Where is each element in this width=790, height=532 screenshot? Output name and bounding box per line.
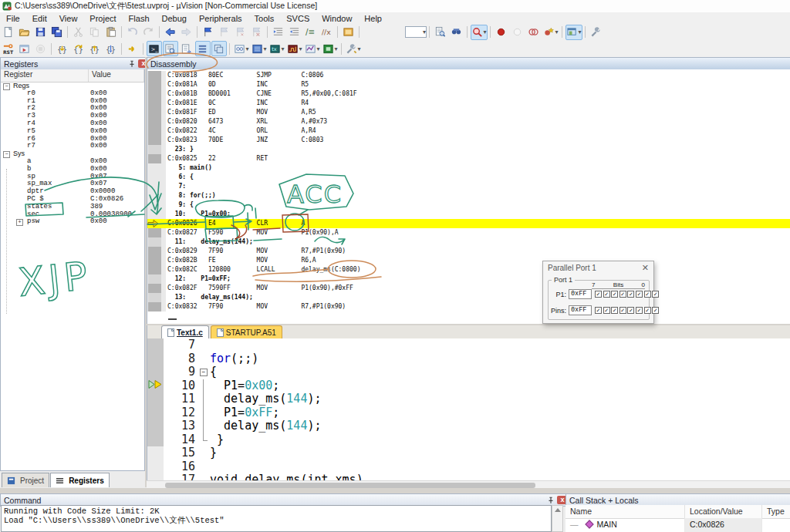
find-button[interactable] bbox=[449, 25, 464, 40]
analysis-windows-button[interactable]: ▾ bbox=[286, 41, 303, 56]
save-button[interactable] bbox=[33, 25, 49, 40]
editor-tab-startup-a51[interactable]: STARTUP.A51 bbox=[211, 325, 282, 338]
port-value-field[interactable]: 0xFF bbox=[569, 305, 592, 315]
register-group-row[interactable]: −Sys bbox=[1, 150, 144, 158]
callstack-window-button[interactable] bbox=[211, 41, 227, 56]
menu-item-view[interactable]: View bbox=[53, 13, 84, 24]
register-row[interactable]: r30x00 bbox=[1, 113, 144, 120]
bit-checkbox[interactable]: ✓ bbox=[636, 291, 643, 298]
dropdown-caret-icon[interactable]: ▾ bbox=[317, 45, 320, 52]
disassembly-line[interactable]: 9: { bbox=[147, 200, 790, 210]
disassembly-window-button[interactable] bbox=[163, 41, 178, 56]
bit-checkbox[interactable]: ✓ bbox=[627, 291, 634, 298]
configure-button[interactable] bbox=[341, 25, 356, 40]
paste-button[interactable] bbox=[103, 25, 119, 40]
dropdown-caret-icon[interactable]: ▾ bbox=[299, 45, 302, 52]
editor-line[interactable]: 15} bbox=[147, 446, 790, 460]
symbols-window-button[interactable] bbox=[179, 41, 194, 56]
run-button[interactable] bbox=[17, 41, 32, 56]
vertical-splitter[interactable] bbox=[145, 57, 147, 487]
step-out-button[interactable]: {} bbox=[87, 41, 103, 56]
dropdown-caret-icon[interactable]: ▾ bbox=[579, 29, 582, 35]
disassembly-line[interactable]: C:0x081A 0D INC R5 bbox=[147, 80, 790, 89]
dropdown-caret-icon[interactable]: ▾ bbox=[264, 45, 267, 52]
bit-checkbox[interactable]: ✓ bbox=[611, 307, 618, 314]
menu-item-project[interactable]: Project bbox=[83, 13, 122, 24]
collapse-icon[interactable]: − bbox=[3, 151, 10, 158]
menu-item-help[interactable]: Help bbox=[358, 13, 388, 24]
uncomment-button[interactable]: //x bbox=[319, 25, 335, 40]
find-in-files-button[interactable] bbox=[433, 25, 448, 40]
menu-item-peripherals[interactable]: Peripherals bbox=[193, 13, 248, 24]
menu-item-svcs[interactable]: SVCS bbox=[280, 13, 316, 24]
disassembly-line[interactable]: C:0x081B BD0001 CJNE R5,#0x00,C:081F bbox=[147, 89, 790, 99]
next-bookmark-button[interactable] bbox=[233, 25, 248, 40]
disassembly-line[interactable]: 7: bbox=[147, 182, 790, 191]
bit-checkbox[interactable]: ✓ bbox=[603, 291, 610, 298]
location-column-header[interactable]: Location/Value bbox=[685, 505, 762, 518]
scroll-up-icon[interactable] bbox=[555, 508, 561, 512]
register-group-row[interactable]: −Regs bbox=[1, 82, 144, 90]
disassembly-view[interactable]: C:0x0818 80EC SJMP C:0806C:0x081A 0D INC… bbox=[147, 69, 790, 324]
new-file-button[interactable] bbox=[1, 25, 16, 40]
bit-checkbox[interactable]: ✓ bbox=[611, 291, 618, 298]
disassembly-line[interactable]: 10: P1=0x00; bbox=[147, 210, 790, 219]
register-row[interactable]: sp0x07 bbox=[1, 173, 144, 181]
register-row[interactable]: a0x00 bbox=[1, 158, 144, 166]
enable-breakpoint-button[interactable] bbox=[510, 25, 525, 40]
register-row[interactable]: sec0.00038900 bbox=[1, 211, 144, 219]
command-scrollbar[interactable] bbox=[552, 505, 563, 532]
prev-bookmark-button[interactable] bbox=[217, 25, 232, 40]
registers-window-button[interactable] bbox=[195, 41, 211, 56]
clear-bookmarks-button[interactable] bbox=[249, 25, 265, 40]
editor-line[interactable]: 9−{ bbox=[147, 365, 790, 379]
bit-checkbox[interactable]: ✓ bbox=[627, 307, 634, 314]
editor-line[interactable]: 7 bbox=[147, 338, 790, 352]
debug-magnifier-button[interactable]: ▾ bbox=[471, 25, 488, 40]
bottom-tab-registers[interactable]: Registers bbox=[50, 473, 110, 487]
disassembly-line[interactable]: C:0x082C 120800 LCALL delay_ms(C:0800) bbox=[147, 265, 790, 274]
reset-cpu-button[interactable]: RST bbox=[1, 41, 16, 56]
fold-collapse-icon[interactable]: − bbox=[200, 369, 208, 376]
editor-line[interactable]: 11 delay_ms(144); bbox=[147, 392, 790, 406]
editor-tab-text1-c[interactable]: Text1.c bbox=[161, 325, 209, 338]
memory-windows-button[interactable]: ▾ bbox=[251, 41, 268, 56]
bit-checkbox[interactable]: ✓ bbox=[652, 307, 659, 314]
step-into-button[interactable]: {} bbox=[55, 41, 70, 56]
trace-windows-button[interactable]: ▾ bbox=[304, 41, 321, 56]
goto-current-button[interactable] bbox=[125, 41, 140, 56]
menu-item-window[interactable]: Window bbox=[316, 13, 358, 24]
disassembly-line[interactable]: 12: P1=0xFF; bbox=[147, 274, 790, 284]
disassembly-line[interactable]: C:0x0820 6473 XRL A,#0x73 bbox=[147, 117, 790, 126]
redo-button[interactable] bbox=[141, 25, 157, 40]
disassembly-line[interactable]: C:0x0822 4C ORL A,R4 bbox=[147, 126, 790, 136]
disassembly-line[interactable]: C:0x0832 7F90 MOV R7,#P1(0x90) bbox=[147, 302, 790, 311]
disassembly-line[interactable]: 6: { bbox=[147, 173, 790, 182]
dropdown-caret-icon[interactable]: ▾ bbox=[555, 29, 559, 35]
parallel-port-dialog[interactable]: Parallel Port 1 ✕ Port 1 7 Bits 0 P1:0xF… bbox=[542, 261, 654, 324]
command-output[interactable]: Running with Code Size Limit: 2KLoad "C:… bbox=[1, 505, 552, 532]
register-row[interactable]: r60x00 bbox=[1, 136, 144, 143]
pin-icon[interactable] bbox=[127, 59, 136, 68]
disassembly-line[interactable]: C:0x082B FE MOV R6,A bbox=[147, 256, 790, 265]
bit-checkbox[interactable]: ✓ bbox=[620, 307, 626, 314]
name-column-header[interactable]: Name bbox=[565, 505, 685, 518]
disassembly-line[interactable]: 8: for(;;) bbox=[147, 191, 790, 200]
bottom-splitter[interactable] bbox=[0, 488, 790, 493]
value-column-header[interactable]: Value bbox=[89, 69, 144, 82]
code-editor[interactable]: 78for(;;)9−{10 P1=0x00;11 delay_ms(144);… bbox=[147, 338, 790, 480]
outdent-button[interactable] bbox=[287, 25, 302, 40]
indent-button[interactable] bbox=[271, 25, 286, 40]
dropdown-caret-icon[interactable]: ▾ bbox=[246, 45, 249, 52]
watch-windows-button[interactable]: ▾ bbox=[233, 41, 250, 56]
register-row[interactable]: r00x00 bbox=[1, 90, 144, 98]
find-combo[interactable]: ▾ bbox=[405, 26, 427, 38]
port-value-field[interactable]: 0xFF bbox=[569, 289, 592, 299]
cut-button[interactable] bbox=[71, 25, 86, 40]
callstack-row[interactable]: —MAINC:0x0826 bbox=[565, 518, 790, 532]
disassembly-line[interactable]: C:0x0823 70DE JNZ C:0803 bbox=[147, 136, 790, 145]
horizontal-splitter[interactable] bbox=[147, 324, 790, 325]
stop-button[interactable] bbox=[33, 41, 49, 56]
toggle-bookmark-button[interactable] bbox=[201, 25, 216, 40]
expand-icon[interactable]: + bbox=[16, 219, 23, 226]
